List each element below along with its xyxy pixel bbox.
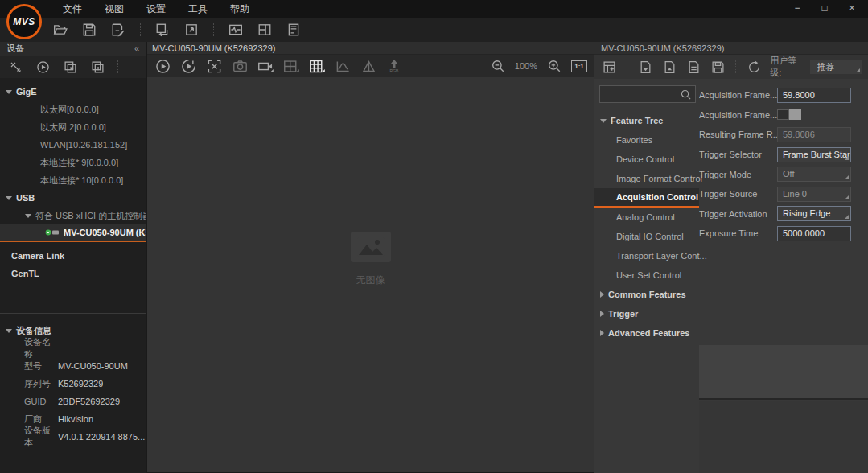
menu-file[interactable]: 文件 [51,0,93,18]
attributes-button[interactable] [601,58,617,76]
tree-node-ethernet2[interactable]: 以太网 2[0.0.0.0] [0,118,146,136]
chevron-down-icon[interactable] [600,119,607,123]
histogram-button[interactable] [334,57,352,75]
split-view-button[interactable] [282,57,300,75]
collapse-panel-icon[interactable]: « [134,42,139,56]
open-folder-button[interactable] [51,21,69,39]
tree-label: USB [16,193,35,203]
refresh-features-button[interactable] [746,58,762,76]
menu-tools[interactable]: 工具 [177,0,219,18]
exposure-time-input[interactable]: 5000.0000 [777,226,851,241]
load-config-button[interactable] [685,58,701,76]
trigger-mode-dropdown[interactable]: Off [777,167,851,182]
viewer-tab[interactable]: MV-CU050-90UM (K52692329) [147,42,594,55]
feature-group-trigger[interactable]: Trigger [594,304,699,323]
tree-node-local10[interactable]: 本地连接* 10[0.0.0.0] [0,171,146,189]
save-button[interactable] [80,21,98,39]
tree-node-gentl[interactable]: GenTL [0,265,146,282]
grid-view-button[interactable] [308,57,326,75]
rgb-adjust-button[interactable]: RGB [385,57,403,75]
snapshot-button[interactable] [231,57,249,75]
layout-button[interactable] [256,21,274,39]
start-acquisition-button[interactable] [34,58,51,76]
chevron-down-icon[interactable] [6,329,12,333]
zoom-out-button[interactable] [489,57,507,75]
feature-group-root[interactable]: Feature Tree [594,111,699,130]
acquisition-frame-rate-enable-toggle[interactable] [777,109,801,120]
tree-node-gige[interactable]: GigE [0,83,146,101]
acquisition-frame-rate-input[interactable]: 59.8000 [777,88,851,103]
chevron-right-icon[interactable] [600,291,604,298]
continuous-grab-button[interactable] [154,57,171,75]
refresh-devices-button[interactable] [6,58,24,76]
dropdown-corner-icon [845,175,849,179]
property-row-trigger-mode: Trigger Mode Off [699,164,868,184]
play-circle-icon [155,59,171,74]
tree-node-ethernet[interactable]: 以太网[0.0.0.0] [0,101,146,118]
mvs-logo: MVS [6,4,42,39]
menu-help[interactable]: 帮助 [219,0,261,18]
feature-item-favorites[interactable]: Favorites [594,130,699,150]
tree-node-camera-selected[interactable]: MV-CU050-90UM (K5269... [0,224,146,242]
feature-search[interactable] [599,85,696,103]
batch-start-button[interactable] [61,58,79,76]
feature-group-common-features[interactable]: Common Features [594,285,699,304]
actual-size-button[interactable]: 1:1 [571,60,587,72]
property-description-area [699,401,868,473]
property-label: Trigger Source [699,189,777,199]
property-label: Exposure Time [699,228,777,238]
close-button[interactable]: × [841,0,863,18]
menu-settings[interactable]: 设置 [135,0,177,18]
single-grab-button[interactable] [179,57,197,75]
user-level-dropdown[interactable]: 推荐 [810,60,862,74]
save-as-button[interactable] [109,21,127,39]
save-config-button[interactable] [710,58,726,76]
feature-item-user-set-control[interactable]: User Set Control [594,265,699,285]
tree-node-wlan[interactable]: WLAN[10.26.181.152] [0,136,146,154]
batch-stop-button[interactable] [88,58,106,76]
zoom-in-button[interactable] [545,57,563,75]
minimize-button[interactable]: − [786,0,808,18]
chevron-down-icon[interactable] [6,90,12,94]
new-window-button[interactable] [183,21,200,39]
memory-button[interactable] [285,21,302,39]
sharpness-button[interactable] [360,57,377,75]
waveform-monitor-button[interactable] [227,21,245,39]
chevron-down-icon[interactable] [25,214,31,218]
record-button[interactable] [257,57,274,75]
feature-item-analog-control[interactable]: Analog Control [594,208,699,227]
chevron-down-icon[interactable] [6,196,12,200]
fit-window-button[interactable] [205,57,223,75]
device-toolbar [0,56,146,78]
waveform-icon [228,23,243,37]
tree-node-camera-link[interactable]: Camera Link [0,247,146,265]
menu-view[interactable]: 视图 [93,0,135,18]
chevron-right-icon[interactable] [600,311,604,317]
tree-label: MV-CU050-90UM (K5269... [64,228,146,237]
tree-node-usb[interactable]: USB [0,189,146,207]
feature-item-image-format-control[interactable]: Image Format Control [594,169,699,188]
feature-item-acquisition-control[interactable]: Acquisition Control [594,188,699,208]
feature-group-advanced-features[interactable]: Advanced Features [594,323,699,343]
tree-node-usb-host[interactable]: 符合 USB xHCI 的主机控制器 [0,207,146,224]
trigger-activation-dropdown[interactable]: Rising Edge [777,206,851,221]
device-panel: 设备 « Gig [0,42,146,473]
maximize-button[interactable]: □ [813,0,836,18]
tree-node-local9[interactable]: 本地连接* 9[0.0.0.0] [0,154,146,171]
feature-item-transport-layer-control[interactable]: Transport Layer Cont... [594,246,699,265]
dropdown-value: Frame Burst Star [783,150,850,159]
feature-item-digital-io-control[interactable]: Digital IO Control [594,227,699,246]
mvs-application-window: 文件 视图 设置 工具 帮助 − □ × MVS [0,0,868,473]
import-export-button[interactable] [154,21,171,39]
import-config-button[interactable] [637,58,653,76]
property-label: Trigger Selector [699,150,777,159]
zoom-level-label: 100% [515,61,537,71]
image-canvas[interactable]: 无图像 [147,77,594,472]
trigger-source-dropdown[interactable]: Line 0 [777,187,851,202]
viewer-toolbar: RGB 100% 1:1 [147,55,594,77]
info-label: GUID [0,397,58,406]
export-config-button[interactable] [661,58,677,76]
feature-item-device-control[interactable]: Device Control [594,150,699,169]
chevron-right-icon[interactable] [600,330,604,336]
trigger-selector-dropdown[interactable]: Frame Burst Star [777,147,851,162]
